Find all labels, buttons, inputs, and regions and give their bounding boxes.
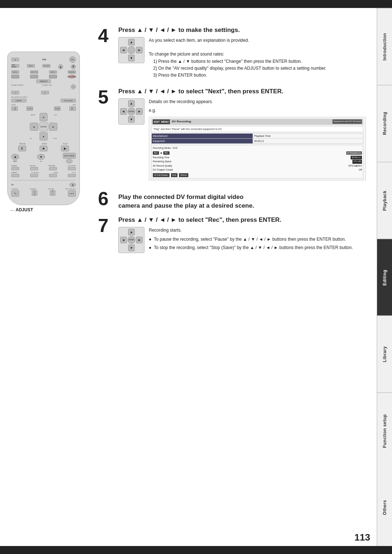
ch-down-btn[interactable]: ∨ <box>32 193 37 196</box>
nav-down-btn[interactable]: ▼ <box>40 133 48 140</box>
menu-btn[interactable]: MENU <box>27 64 35 68</box>
instant-skip-label: INSTANT SKIP <box>42 84 52 89</box>
library-btn[interactable]: LIBRARY <box>11 99 26 102</box>
bullet-2-dot: ● <box>149 244 152 251</box>
bt-corner-label: BT <box>30 138 32 139</box>
menu-corner-label: MENU <box>31 114 35 116</box>
charnel-btn[interactable]: CharNEL <box>68 75 76 78</box>
top-bar <box>0 0 392 8</box>
bullet-1-text: To pause the recording, select "Pause" b… <box>154 236 346 243</box>
display-btn[interactable] <box>30 167 38 170</box>
quick-menu-circle[interactable] <box>66 159 73 163</box>
icon-btn-1[interactable] <box>11 75 19 78</box>
rec2-badge: Rec <box>163 151 170 155</box>
ch-up-btn[interactable]: ∧ <box>32 190 37 193</box>
full-display-btn: ⊕ Full Display <box>153 173 170 178</box>
subtitle-btn[interactable]: SUBTITLE <box>30 70 38 74</box>
easy-navi-btn[interactable]: EN <box>71 84 76 89</box>
diag5-down: ▼ <box>128 116 135 123</box>
step-7-number: 7 <box>98 216 114 253</box>
screen-display: EDIT MENU DV Recording Equipment with DV… <box>149 117 366 180</box>
stop-btn[interactable]: ■ <box>40 146 48 151</box>
dv-chapter-val: Off <box>359 168 362 172</box>
top-menu-btn[interactable]: TOP MENU <box>11 64 19 68</box>
diag7-up: ▲ <box>128 229 135 235</box>
rec-label: REC <box>13 160 17 162</box>
pip-btn[interactable] <box>68 174 76 177</box>
tab-function-setup[interactable]: Function setup <box>377 392 392 469</box>
cntrl-menu-btn[interactable]: CNTRL MENU <box>61 99 76 102</box>
chp-divide-btn[interactable] <box>68 167 76 170</box>
input-select-btn[interactable]: INPUT <box>68 190 76 197</box>
tab-recording[interactable]: Recording <box>377 85 392 162</box>
step-4-nav-diagram: ▲ ▼ ◄ ► <box>118 37 144 63</box>
timesup-btn[interactable]: TIMESUP <box>36 80 51 83</box>
svg-marker-1 <box>72 66 74 68</box>
vol-down-btn[interactable]: − <box>50 193 56 196</box>
open-close-btn[interactable]: ▲ <box>11 58 19 61</box>
timebar-btn[interactable] <box>49 167 57 170</box>
fl-select-btn[interactable] <box>30 174 38 177</box>
main-content: ▲ DVD I/A⊳ TOP MENU MENU RETURN <box>0 8 377 546</box>
tab-library[interactable]: Library <box>377 315 392 392</box>
tv-power-btn[interactable]: ⏻ <box>69 183 76 187</box>
step-5-nav-diagram: ▲ ▼ ◄ ► ENTER <box>118 98 144 125</box>
quick-menu-btn[interactable]: QUICK MENU <box>63 153 76 159</box>
return-btn[interactable]: RETURN <box>42 64 50 68</box>
icon-btn-3[interactable] <box>49 75 57 78</box>
skip-btn[interactable]: |▷ <box>69 106 76 111</box>
return-down-btn[interactable] <box>71 64 76 69</box>
tab-playback[interactable]: Playback <box>377 162 392 239</box>
skip-label: SKIP <box>73 104 76 106</box>
pause-btn[interactable]: ⏸ <box>18 146 26 151</box>
diag5-right: ► <box>136 108 143 115</box>
step-4-content: Press ▲ / ▼ / ◄ / ► to make the settings… <box>118 26 366 79</box>
remote-column: ▲ DVD I/A⊳ TOP MENU MENU RETURN <box>7 15 91 539</box>
next-btn[interactable]: ▷▷| <box>54 106 61 111</box>
diag4-left: ◄ <box>120 47 127 53</box>
time-val-cell: 00:00:11 <box>253 139 363 144</box>
nav-left-btn[interactable]: ◄ <box>30 123 38 131</box>
icon-btn-2[interactable] <box>30 75 38 78</box>
angle-btn[interactable]: ANGLE <box>11 70 19 74</box>
slow-btn[interactable]: ◁| <box>11 106 18 111</box>
step-4-text: As you select each item, an explanation … <box>149 37 366 79</box>
instant-skip-btn[interactable]: ▷▷ <box>41 91 49 94</box>
tab-editing[interactable]: Editing <box>377 239 392 316</box>
star-label: ★ <box>40 160 42 162</box>
step-5-title: Press ▲ / ▼ / ◄ / ► to select "Next", th… <box>118 87 366 95</box>
dimmer-btn[interactable] <box>11 174 19 177</box>
instant-replay-btn[interactable]: ◁◁ <box>11 91 19 94</box>
rec-btn[interactable]: ⏺ <box>11 154 19 160</box>
play-btn[interactable]: ▶ <box>61 146 69 151</box>
zoom-btn[interactable] <box>49 174 57 177</box>
enter-label: ENTER <box>41 126 47 128</box>
iad-btn[interactable]: I/A⊳ <box>69 56 76 63</box>
tab-others[interactable]: Others <box>377 469 392 546</box>
tab-introduction[interactable]: Introduction <box>377 8 392 85</box>
nav-right-btn[interactable]: ► <box>49 123 57 131</box>
step-7-nav-diagram: ▲ ▼ ◄ ► ENTER <box>118 227 144 253</box>
vol-up-btn[interactable]: + <box>50 190 56 193</box>
bullet-2-text: To stop the recording, select "Stop (Sav… <box>154 244 353 251</box>
audio-btn[interactable]: AUDIO <box>49 70 57 74</box>
step-5-text: Details on the recording appears. e.g. E… <box>149 98 366 180</box>
enter-btn[interactable]: ENTER <box>38 121 49 132</box>
return-circle-btn[interactable] <box>58 64 63 69</box>
sidebar-tabs: Introduction Recording Playback Editing … <box>377 8 392 546</box>
slow-label: SLOW <box>11 104 16 106</box>
av-record-row: AV Record Quality SP4.6 ■D0/1 <box>153 164 362 168</box>
step-6-block: 6 Play the connected DV format digital v… <box>98 189 366 210</box>
diag7-down: ▼ <box>128 245 135 251</box>
step-7-title: Press ▲ / ▼ / ◄ / ► to select "Rec", the… <box>118 216 366 224</box>
title-corner-label: TITLE <box>53 138 57 139</box>
tv-video-btn[interactable]: TV <box>11 190 19 197</box>
tv-section: TV ⏻ TV/VIDEOCHANNELVOLUMEINPUT SELECT T… <box>11 180 76 197</box>
remain-btn[interactable] <box>11 167 19 170</box>
nav-cluster: ▲ ▼ ◄ ► ENTER MENU TOP BT TITLE <box>29 112 58 141</box>
screen-section2: Recording Media : DVD Rec ■ Rec ■ Stop(S… <box>151 145 363 179</box>
prev-btn[interactable]: |◁◁ <box>26 106 33 111</box>
channel-btn[interactable]: CHANNEL <box>68 70 76 74</box>
star-btn[interactable]: ★ <box>37 154 45 160</box>
nav-up-btn[interactable]: ▲ <box>40 113 48 121</box>
